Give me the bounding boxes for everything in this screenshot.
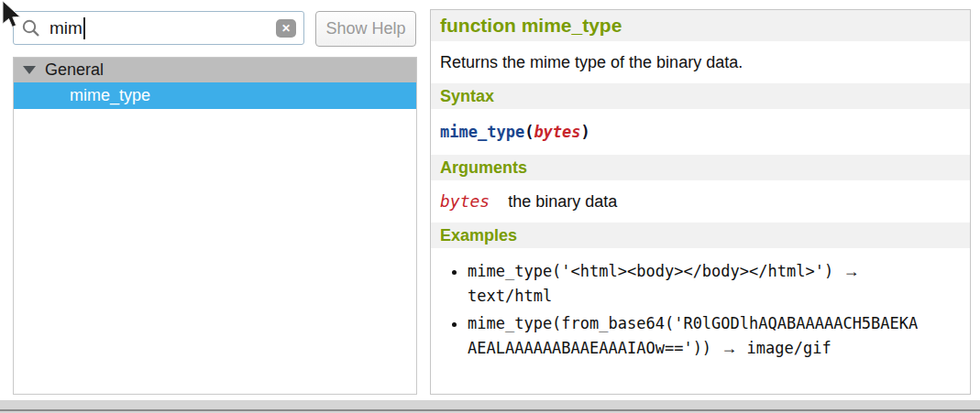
arguments-heading: Arguments: [431, 155, 970, 180]
syntax-argument: bytes: [534, 123, 580, 141]
doc-title: function mime_type: [431, 10, 970, 41]
examples-list: mime_type('<html><body></body></html>') …: [431, 259, 970, 361]
example-item: mime_type('<html><body></body></html>') …: [468, 259, 926, 309]
search-icon: [21, 18, 41, 38]
expander-down-icon[interactable]: [23, 66, 36, 74]
syntax-heading: Syntax: [431, 83, 970, 109]
tree-group-general[interactable]: General: [14, 58, 416, 82]
paren-open: (: [524, 123, 534, 141]
argument-row: bytes the binary data: [431, 191, 970, 212]
function-help-dialog: mim ✕ Show Help General mime_type functi…: [0, 0, 980, 413]
examples-heading: Examples: [431, 223, 970, 248]
doc-panel: function mime_type Returns the mime type…: [430, 9, 971, 395]
syntax-code: mime_type(bytes): [431, 120, 970, 144]
example-code: mime_type('<html><body></body></html>'): [468, 262, 833, 280]
example-item: mime_type(from_base64('R0lGODlhAQABAAAAA…: [468, 311, 926, 361]
search-text: mim: [50, 18, 83, 38]
tree-group-label: General: [45, 60, 104, 80]
tree-item-mime-type[interactable]: mime_type: [14, 82, 416, 109]
result-arrow: →: [721, 339, 737, 357]
tree-item-label: mime_type: [70, 86, 150, 105]
text-caret: [83, 17, 85, 39]
show-help-button[interactable]: Show Help: [315, 11, 416, 47]
search-input[interactable]: mim ✕: [13, 11, 304, 45]
result-arrow: →: [842, 262, 859, 280]
example-result: image/gif: [747, 339, 831, 357]
function-tree: General mime_type: [13, 57, 417, 395]
argument-description: the binary data: [508, 192, 617, 212]
paren-close: ): [581, 123, 590, 141]
example-result: text/html: [468, 287, 552, 305]
argument-name: bytes: [440, 191, 490, 211]
function-name: mime_type: [440, 123, 524, 141]
clear-search-icon[interactable]: ✕: [276, 19, 296, 38]
doc-description: Returns the mime type of the binary data…: [431, 50, 970, 74]
example-code: mime_type(from_base64('R0lGODlhAQABAAAAA…: [468, 314, 918, 357]
mouse-cursor: [0, 0, 24, 30]
window-bottom-divider: [0, 409, 980, 411]
window-bottom-edge: [0, 400, 980, 413]
